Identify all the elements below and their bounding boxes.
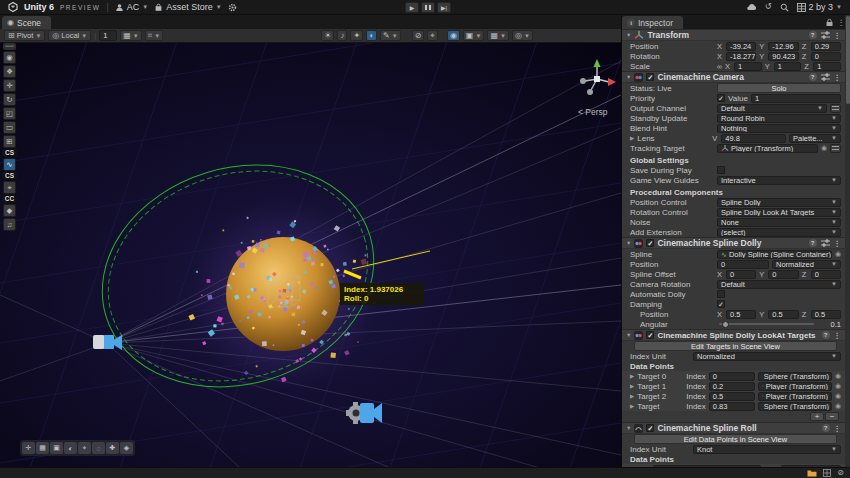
edit-data-points-button[interactable]: Edit Data Points in Scene View bbox=[634, 434, 837, 444]
output-channel-preset-button[interactable] bbox=[830, 104, 841, 113]
layout-dropdown[interactable]: 2 by 3 ▼ bbox=[797, 2, 842, 12]
search-button[interactable] bbox=[780, 3, 789, 12]
damping-checkbox[interactable] bbox=[717, 300, 725, 308]
pause-button[interactable] bbox=[421, 2, 435, 13]
help-icon[interactable]: ? bbox=[822, 424, 830, 432]
object-picker-icon[interactable]: ◉ bbox=[835, 382, 841, 390]
rotation-z-field[interactable]: 0 bbox=[811, 52, 841, 61]
play-button[interactable]: ▶ bbox=[405, 2, 419, 13]
object-picker-icon[interactable]: ◉ bbox=[835, 392, 841, 400]
rect-tool-button[interactable]: ▭ bbox=[3, 121, 16, 134]
camera-settings-dropdown[interactable]: ▣▼ bbox=[463, 30, 485, 41]
lookat-target-row[interactable]: ▶ Target 0 Index 0 Sphere (Transform) ◉ bbox=[622, 371, 845, 381]
target-object-field[interactable]: Player (Transform) bbox=[758, 382, 832, 391]
move-overlay-button[interactable]: ✛ bbox=[22, 442, 35, 454]
step-button[interactable]: ▶| bbox=[437, 2, 451, 13]
foldout-icon[interactable]: ▶ bbox=[630, 383, 634, 389]
scrollbar-thumb[interactable] bbox=[846, 16, 850, 104]
settings-button[interactable] bbox=[228, 3, 237, 12]
add-overlay-button[interactable]: ✚ bbox=[106, 442, 119, 454]
spline-roll-header[interactable]: ▼ Cinemachine Spline Roll ? ⋮ bbox=[622, 422, 845, 434]
cloud-services-button[interactable] bbox=[746, 3, 757, 11]
component-menu-icon[interactable]: ⋮ bbox=[834, 31, 842, 40]
priority-enabled-checkbox[interactable] bbox=[717, 94, 725, 102]
link-scale-icon[interactable]: ∞ bbox=[717, 63, 722, 70]
foldout-icon[interactable]: ▼ bbox=[626, 74, 631, 80]
target-object-field[interactable]: Sphere (Transform) bbox=[758, 372, 832, 381]
slider-thumb[interactable] bbox=[722, 321, 729, 328]
solo-button[interactable]: Solo bbox=[717, 83, 841, 93]
edit-targets-button[interactable]: Edit Targets in Scene View bbox=[634, 341, 837, 351]
gizmo-overlay-button[interactable]: ◈ bbox=[120, 442, 133, 454]
help-icon[interactable]: ? bbox=[822, 331, 830, 339]
gizmos-dropdown[interactable]: ◎▼ bbox=[512, 30, 533, 41]
object-picker-icon[interactable]: ◉ bbox=[835, 402, 841, 410]
roll-index-unit-dropdown[interactable]: Knot▼ bbox=[693, 445, 841, 454]
output-channel-dropdown[interactable]: Default▼ bbox=[717, 104, 827, 113]
help-icon[interactable]: ? bbox=[809, 239, 817, 247]
target-object-field[interactable]: Sphere (Transform) bbox=[758, 402, 832, 411]
object-picker-icon[interactable]: ◉ bbox=[835, 250, 841, 258]
lookat-target-row[interactable]: ▶ Target Index 0.83 Sphere (Transform) ◉ bbox=[622, 401, 845, 411]
foldout-icon[interactable]: ▶ bbox=[630, 135, 634, 141]
damping-x-field[interactable]: 0.5 bbox=[726, 310, 756, 319]
scale-tool-button[interactable]: ◰ bbox=[3, 107, 16, 120]
camera-tool-button[interactable]: ◆ bbox=[3, 204, 16, 217]
asset-bundle-icon[interactable] bbox=[807, 469, 817, 477]
audio-listener-tool-button[interactable]: ♫ bbox=[3, 218, 16, 231]
presets-icon[interactable] bbox=[821, 239, 830, 247]
lookat-index-unit-dropdown[interactable]: Normalized▼ bbox=[693, 352, 841, 361]
scale-z-field[interactable]: 1 bbox=[813, 62, 841, 71]
measure-tool-button[interactable]: ⌖ bbox=[427, 30, 438, 41]
frame-overlay-button[interactable]: ▣ bbox=[50, 442, 63, 454]
tracking-preset-button[interactable] bbox=[830, 144, 841, 153]
cinemachine-camera-header[interactable]: ▼ Cinemachine Camera ? ⋮ bbox=[622, 71, 845, 83]
rotation-control-dropdown[interactable]: Spline Dolly Look At Targets▼ bbox=[717, 208, 841, 217]
target-index-field[interactable]: 0.2 bbox=[709, 382, 755, 391]
camera-rotation-dropdown[interactable]: Default▼ bbox=[717, 280, 841, 289]
pivot-mode-dropdown[interactable]: ⊞ Pivot ▼ bbox=[4, 30, 45, 41]
component-menu-icon[interactable]: ⋮ bbox=[834, 331, 842, 340]
hand-tool-button[interactable]: ❖ bbox=[3, 65, 16, 78]
target-object-field[interactable]: Player (Transform) bbox=[758, 392, 832, 401]
target-index-field[interactable]: 0 bbox=[709, 372, 755, 381]
skybox-toggle[interactable]: ◐ bbox=[366, 30, 377, 41]
grid-visibility-dropdown[interactable]: ▦ ▼ bbox=[120, 30, 142, 41]
asset-store-menu[interactable]: Asset Store ▼ bbox=[154, 2, 221, 12]
spline-object-field[interactable]: ∿ Dolly Spline (Spline Container) bbox=[717, 250, 832, 259]
transform-header[interactable]: ▼ Transform ? ⋮ bbox=[622, 29, 845, 41]
lookat-target-row[interactable]: ▶ Target 2 Index 0.5 Player (Transform) … bbox=[622, 391, 845, 401]
layers-dropdown[interactable]: ▦▼ bbox=[487, 30, 509, 41]
mute-toggle[interactable]: ⊘ bbox=[412, 30, 425, 41]
lighting-toggle[interactable]: ☀ bbox=[321, 30, 334, 41]
position-x-field[interactable]: -39.24 bbox=[726, 42, 756, 51]
undo-history-button[interactable]: ↺ bbox=[765, 3, 772, 11]
noise-dropdown[interactable]: None▼ bbox=[717, 218, 841, 227]
progress-grid-icon[interactable] bbox=[823, 469, 831, 477]
damping-y-field[interactable]: 0.5 bbox=[768, 310, 798, 319]
overlay-grip-handle[interactable]: ══ bbox=[3, 43, 16, 50]
shading-overlay-button[interactable]: ◐ bbox=[64, 442, 77, 454]
position-control-dropdown[interactable]: Spline Dolly▼ bbox=[717, 198, 841, 207]
add-extension-dropdown[interactable]: (select)▼ bbox=[717, 228, 841, 237]
search-overlay-button[interactable]: ◌ bbox=[92, 442, 105, 454]
scene-visibility-toggle[interactable]: ◉ bbox=[447, 30, 460, 41]
tracking-target-field[interactable]: Player (Transform) bbox=[717, 144, 818, 153]
grid-overlay-button[interactable]: ▦ bbox=[36, 442, 49, 454]
object-picker-icon[interactable]: ◉ bbox=[835, 372, 841, 380]
foldout-icon[interactable]: ▼ bbox=[626, 240, 631, 246]
move-tool-button[interactable]: ✛ bbox=[3, 79, 16, 92]
damping-z-field[interactable]: 0.5 bbox=[811, 310, 841, 319]
game-view-guides-dropdown[interactable]: Interactive▼ bbox=[717, 176, 841, 185]
component-menu-icon[interactable]: ⋮ bbox=[834, 424, 842, 433]
inspector-scrollbar[interactable] bbox=[845, 15, 850, 467]
rotation-y-field[interactable]: 90.423 bbox=[768, 52, 798, 61]
view-tool-button[interactable]: ◉ bbox=[3, 51, 16, 64]
add-data-point-button[interactable]: + bbox=[810, 412, 824, 421]
standby-update-dropdown[interactable]: Round Robin▼ bbox=[717, 114, 841, 123]
position-y-field[interactable]: -12.96 bbox=[768, 42, 798, 51]
target-index-field[interactable]: 0.5 bbox=[709, 392, 755, 401]
roll-index-field[interactable]: 1.937026 bbox=[653, 465, 762, 468]
foldout-icon[interactable]: ▶ bbox=[630, 393, 634, 399]
target-overlay-button[interactable]: ⌖ bbox=[78, 442, 91, 454]
